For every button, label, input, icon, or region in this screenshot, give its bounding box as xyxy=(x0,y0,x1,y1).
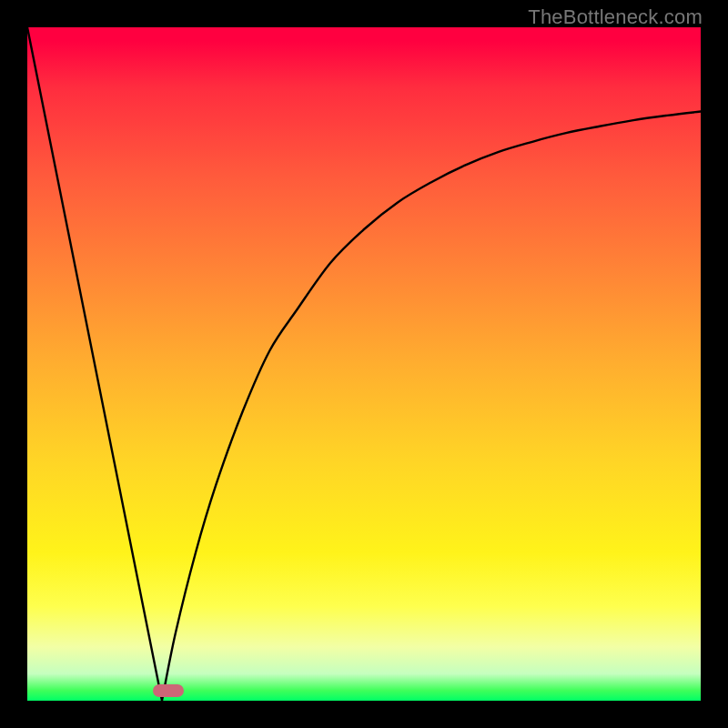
chart-frame: TheBottleneck.com xyxy=(0,0,728,728)
watermark-text: TheBottleneck.com xyxy=(528,5,703,29)
bottleneck-curve xyxy=(27,27,701,701)
plot-area xyxy=(27,27,701,701)
curve-path xyxy=(27,27,701,701)
minimum-marker xyxy=(153,684,184,697)
